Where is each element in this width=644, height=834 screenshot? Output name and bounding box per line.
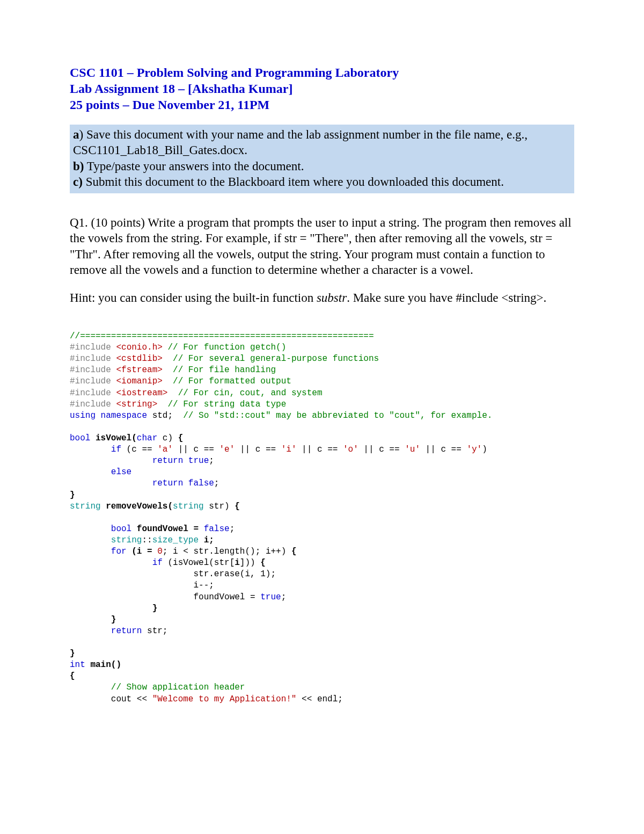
header-course: CSC 1101 – Problem Solving and Programmi… (70, 64, 574, 81)
document-page: CSC 1101 – Problem Solving and Programmi… (0, 0, 644, 748)
document-header: CSC 1101 – Problem Solving and Programmi… (70, 64, 574, 113)
hint-text: Hint: you can consider using the built-i… (70, 290, 574, 306)
instruction-b-label: b) (73, 159, 84, 173)
code-separator: //======================================… (70, 331, 374, 341)
instruction-a-text: ) Save this document with your name and … (73, 128, 528, 157)
header-assignment: Lab Assignment 18 – [Akshatha Kumar] (70, 81, 574, 97)
header-due: 25 points – Due November 21, 11PM (70, 97, 574, 113)
code-block: //======================================… (70, 320, 574, 705)
hint-substr: substr (317, 291, 347, 304)
instruction-a-label: a (73, 128, 79, 141)
hint-part2: . Make sure you have #include <string>. (347, 291, 546, 304)
instruction-c-label: c) (73, 175, 83, 188)
instruction-c-text: Submit this document to the Blackboard i… (83, 175, 504, 188)
instructions-block: a) Save this document with your name and… (70, 125, 574, 193)
question-1: Q1. (10 points) Write a program that pro… (70, 215, 574, 278)
hint-part1: Hint: you can consider using the built-i… (70, 291, 317, 304)
instruction-b-text: Type/paste your answers into the documen… (84, 159, 304, 173)
